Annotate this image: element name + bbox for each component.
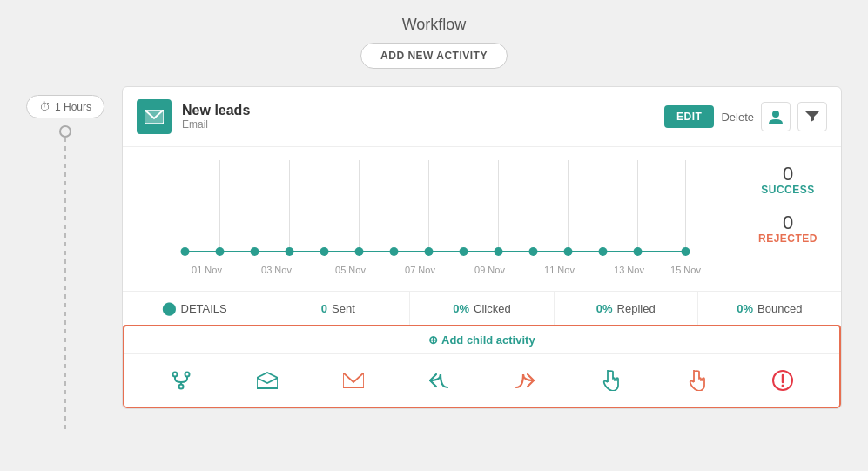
hand-pointer-button[interactable] — [593, 363, 628, 398]
hand-point-button[interactable] — [679, 363, 714, 398]
activity-card: New leads Email EDIT Delete — [122, 86, 842, 409]
svg-point-13 — [251, 247, 259, 256]
envelope-open-button[interactable] — [250, 363, 285, 398]
hand-pointer-icon — [601, 370, 620, 391]
exclamation-circle-icon — [772, 370, 793, 391]
add-activity-button[interactable]: ADD NEW ACTIVITY — [360, 43, 508, 69]
rejected-count: 0 — [749, 213, 827, 232]
edit-button[interactable]: EDIT — [664, 105, 714, 128]
svg-text:05 Nov: 05 Nov — [335, 265, 366, 275]
delete-button[interactable]: Delete — [721, 111, 754, 124]
sent-label: Sent — [332, 302, 355, 315]
filter-icon — [805, 111, 819, 123]
add-child-label: Add child activity — [441, 333, 535, 347]
svg-point-18 — [425, 247, 434, 256]
svg-point-34 — [173, 373, 178, 377]
contact-icon — [768, 109, 784, 124]
fork-icon — [171, 370, 192, 391]
reply-curved-icon — [515, 372, 535, 389]
details-label: DETAILS — [181, 302, 227, 315]
rejected-label: REJECTED — [749, 232, 827, 245]
fork-icon-button[interactable] — [164, 363, 198, 398]
svg-text:01 Nov: 01 Nov — [192, 265, 222, 275]
replied-label: Replied — [617, 302, 656, 315]
avatar-button[interactable] — [761, 102, 791, 131]
success-stat: 0 SUCCESS — [749, 165, 827, 196]
svg-text:11 Nov: 11 Nov — [544, 265, 575, 275]
envelope-button[interactable] — [336, 363, 371, 398]
hours-badge: ⏱ 1 Hours — [26, 95, 104, 118]
clock-icon: ⏱ — [39, 100, 50, 113]
timeline-line — [64, 138, 66, 434]
replied-item: 0% Replied — [555, 292, 698, 325]
details-icon: ⬤ — [162, 300, 177, 316]
svg-point-43 — [781, 385, 784, 387]
card-actions: EDIT Delete — [664, 102, 827, 131]
success-label: SUCCESS — [749, 184, 827, 196]
email-type-icon — [137, 99, 172, 134]
filter-button[interactable] — [797, 102, 827, 131]
timeline-dot — [59, 125, 71, 138]
clicked-item: 0% Clicked — [410, 292, 554, 325]
svg-point-11 — [181, 247, 190, 256]
svg-text:07 Nov: 07 Nov — [405, 265, 435, 275]
envelope-open-icon — [257, 372, 278, 389]
child-icons-row — [124, 354, 839, 407]
svg-point-22 — [564, 247, 573, 256]
svg-point-12 — [216, 247, 225, 256]
timeline-sidebar: ⏱ 1 Hours — [26, 95, 104, 434]
svg-point-25 — [682, 247, 690, 256]
sent-value: 0 — [321, 302, 327, 315]
success-count: 0 — [749, 165, 827, 184]
chart-svg: 01 Nov 03 Nov 05 Nov 07 Nov 09 Nov 11 No… — [137, 156, 738, 282]
svg-point-24 — [634, 247, 643, 256]
hand-point-icon — [687, 370, 706, 391]
envelope-icon — [343, 373, 364, 388]
bounced-value: 0% — [737, 302, 753, 315]
clicked-label: Clicked — [474, 302, 511, 315]
svg-text:09 Nov: 09 Nov — [474, 265, 505, 275]
plus-icon: ⊕ — [428, 333, 438, 347]
page-wrapper: Workflow ADD NEW ACTIVITY ⏱ 1 Hours — [0, 0, 868, 471]
svg-point-2 — [772, 111, 779, 118]
svg-point-35 — [185, 373, 190, 377]
add-child-row[interactable]: ⊕ Add child activity — [124, 326, 839, 354]
card-header: New leads Email EDIT Delete — [123, 87, 841, 147]
reply-button[interactable] — [421, 363, 456, 398]
chart-stats: 0 SUCCESS 0 REJECTED — [749, 156, 827, 286]
svg-point-36 — [179, 385, 184, 389]
svg-point-15 — [320, 247, 329, 256]
reply-icon — [428, 372, 449, 389]
rejected-stat: 0 REJECTED — [749, 213, 827, 245]
svg-text:15 Nov: 15 Nov — [670, 265, 701, 275]
chart-area: 01 Nov 03 Nov 05 Nov 07 Nov 09 Nov 11 No… — [123, 147, 841, 286]
envelope-svg — [145, 110, 164, 124]
bounced-label: Bounced — [757, 302, 802, 315]
sent-item: 0 Sent — [266, 292, 410, 325]
svg-text:03 Nov: 03 Nov — [261, 265, 292, 275]
exclamation-button[interactable] — [765, 363, 800, 398]
svg-point-17 — [390, 247, 399, 256]
page-title: Workflow — [0, 0, 868, 43]
clicked-value: 0% — [453, 302, 469, 315]
main-row: ⏱ 1 Hours New leads Email — [0, 86, 868, 434]
card-title: New leads — [182, 103, 664, 118]
replied-value: 0% — [596, 302, 613, 315]
details-item[interactable]: ⬤ DETAILS — [123, 292, 266, 325]
card-subtitle: Email — [182, 118, 664, 131]
svg-point-19 — [460, 247, 468, 256]
svg-point-21 — [529, 247, 538, 256]
svg-point-14 — [286, 247, 294, 256]
svg-text:13 Nov: 13 Nov — [614, 265, 644, 275]
reply-curved-button[interactable] — [508, 363, 542, 398]
svg-point-20 — [495, 247, 503, 256]
chart-main: 01 Nov 03 Nov 05 Nov 07 Nov 09 Nov 11 No… — [137, 156, 738, 286]
stats-bar: ⬤ DETAILS 0 Sent 0% Clicked 0% Replied 0… — [123, 291, 841, 325]
card-title-area: New leads Email — [182, 103, 664, 131]
bounced-item: 0% Bounced — [698, 292, 841, 325]
svg-point-16 — [355, 247, 364, 256]
svg-point-23 — [599, 247, 608, 256]
child-activity-section: ⊕ Add child activity — [123, 325, 841, 408]
